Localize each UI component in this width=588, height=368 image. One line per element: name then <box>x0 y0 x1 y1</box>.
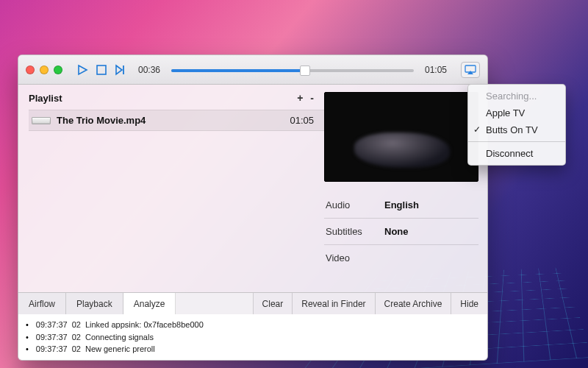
info-key: Video <box>326 252 384 263</box>
info-row-video[interactable]: Video <box>324 244 478 271</box>
close-icon[interactable] <box>26 66 35 74</box>
playlist-heading: Playlist <box>29 93 62 104</box>
playlist-add-button[interactable]: + <box>297 92 303 104</box>
action-hide[interactable]: Hide <box>451 293 487 314</box>
menu-separator <box>468 141 565 142</box>
seek-fill <box>171 69 305 72</box>
action-clear[interactable]: Clear <box>254 293 293 314</box>
log-line: 09:37:3702New generic preroll <box>26 343 480 355</box>
info-value: English <box>384 199 419 210</box>
stop-button[interactable] <box>95 63 108 77</box>
video-thumbnail <box>324 92 478 182</box>
zoom-icon[interactable] <box>54 66 62 74</box>
play-button[interactable] <box>76 63 89 77</box>
airplay-device-selected[interactable]: ✓ Butts On TV <box>468 121 565 138</box>
airplay-device[interactable]: Apple TV <box>468 105 565 121</box>
tab-playback[interactable]: Playback <box>66 293 123 314</box>
airplay-button[interactable] <box>461 62 480 78</box>
airplay-disconnect[interactable]: Disconnect <box>468 145 565 162</box>
minimize-icon[interactable] <box>40 66 49 74</box>
info-value: None <box>384 226 409 237</box>
traffic-lights <box>26 66 62 74</box>
playlist-item-duration: 01:05 <box>290 115 314 126</box>
playlist-panel: Playlist + - The Trio Movie.mp4 01:05 <box>18 85 324 292</box>
app-window: 00:36 01:05 Playlist + - <box>18 54 488 361</box>
tab-airflow[interactable]: Airflow <box>18 293 66 314</box>
seek-thumb[interactable] <box>300 66 310 76</box>
action-reveal-in-finder[interactable]: Reveal in Finder <box>293 293 375 314</box>
playlist-item-name: The Trio Movie.mp4 <box>57 115 146 126</box>
playlist-item[interactable]: The Trio Movie.mp4 01:05 <box>29 110 324 131</box>
transport-controls <box>76 63 127 77</box>
airplay-menu: Searching... Apple TV ✓ Butts On TV Disc… <box>467 84 566 166</box>
info-row-subtitles[interactable]: Subtitles None <box>324 218 478 244</box>
tab-analyze[interactable]: Analyze <box>123 293 176 314</box>
seek-slider[interactable] <box>171 65 414 75</box>
elapsed-time: 00:36 <box>135 65 164 75</box>
info-row-audio[interactable]: Audio English <box>324 192 478 218</box>
window-body: Playlist + - The Trio Movie.mp4 01:05 <box>18 85 487 292</box>
titlebar: 00:36 01:05 <box>18 55 487 85</box>
info-key: Subtitles <box>326 226 384 237</box>
checkmark-icon: ✓ <box>473 124 481 135</box>
playlist-remove-button[interactable]: - <box>310 92 314 104</box>
next-button[interactable] <box>114 63 127 77</box>
preview-panel: Audio English Subtitles None Video <box>324 85 487 292</box>
airplay-icon <box>465 65 476 75</box>
action-create-archive[interactable]: Create Archive <box>376 293 452 314</box>
log-panel: 09:37:3702Linked appsink: 0x7faceb8be000… <box>18 314 487 361</box>
airplay-searching: Searching... <box>468 88 565 105</box>
total-time: 01:05 <box>421 65 451 75</box>
svg-marker-0 <box>79 66 87 74</box>
log-line: 09:37:3702Connecting signals <box>26 331 480 344</box>
bottom-tabbar: Airflow Playback Analyze Clear Reveal in… <box>18 292 487 314</box>
svg-rect-1 <box>97 66 106 74</box>
log-line: 09:37:3702Linked appsink: 0x7faceb8be000 <box>26 319 480 331</box>
info-key: Audio <box>326 199 384 210</box>
svg-marker-2 <box>116 66 122 74</box>
now-playing-icon <box>32 117 51 124</box>
